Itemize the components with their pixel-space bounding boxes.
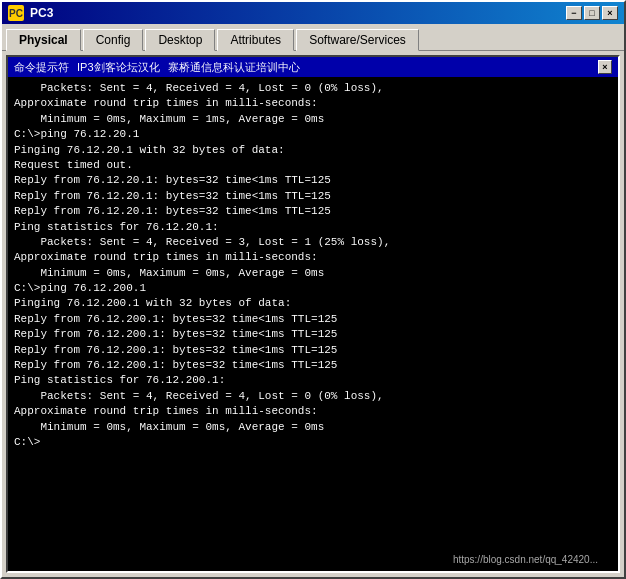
terminal-line: Pinging 76.12.20.1 with 32 bytes of data… <box>14 143 612 158</box>
cmd-title-3: 寨桥通信息科认证培训中心 <box>168 60 300 75</box>
tab-config[interactable]: Config <box>83 29 144 51</box>
title-bar: PC PC3 − □ × <box>2 2 624 24</box>
terminal-line: Reply from 76.12.200.1: bytes=32 time<1m… <box>14 312 612 327</box>
main-window: PC PC3 − □ × Physical Config Desktop Att… <box>0 0 626 579</box>
terminal-line: Reply from 76.12.20.1: bytes=32 time<1ms… <box>14 189 612 204</box>
window-icon: PC <box>8 5 24 21</box>
minimize-button[interactable]: − <box>566 6 582 20</box>
tab-physical[interactable]: Physical <box>6 29 81 51</box>
terminal-line: Reply from 76.12.200.1: bytes=32 time<1m… <box>14 358 612 373</box>
maximize-button[interactable]: □ <box>584 6 600 20</box>
terminal-line: C:\>ping 76.12.20.1 <box>14 127 612 142</box>
cmd-title-bar: 命令提示符 IP3剑客论坛汉化 寨桥通信息科认证培训中心 × <box>8 57 618 77</box>
window-title: PC3 <box>30 6 53 20</box>
cmd-window: 命令提示符 IP3剑客论坛汉化 寨桥通信息科认证培训中心 × Packets: … <box>6 55 620 573</box>
terminal-line: Approximate round trip times in milli-se… <box>14 404 612 419</box>
terminal-line: Reply from 76.12.200.1: bytes=32 time<1m… <box>14 343 612 358</box>
title-bar-left: PC PC3 <box>8 5 53 21</box>
terminal-line: Minimum = 0ms, Maximum = 0ms, Average = … <box>14 266 612 281</box>
terminal-line: Packets: Sent = 4, Received = 3, Lost = … <box>14 235 612 250</box>
terminal-line: Packets: Sent = 4, Received = 4, Lost = … <box>14 81 612 96</box>
content-area: 命令提示符 IP3剑客论坛汉化 寨桥通信息科认证培训中心 × Packets: … <box>2 50 624 577</box>
terminal-line: Approximate round trip times in milli-se… <box>14 250 612 265</box>
terminal-line: Reply from 76.12.20.1: bytes=32 time<1ms… <box>14 204 612 219</box>
terminal-line: Ping statistics for 76.12.200.1: <box>14 373 612 388</box>
terminal-line: Request timed out. <box>14 158 612 173</box>
terminal-line: Reply from 76.12.20.1: bytes=32 time<1ms… <box>14 173 612 188</box>
terminal-line: Pinging 76.12.200.1 with 32 bytes of dat… <box>14 296 612 311</box>
cmd-title-text: 命令提示符 IP3剑客论坛汉化 寨桥通信息科认证培训中心 <box>14 60 300 75</box>
terminal-line: Ping statistics for 76.12.20.1: <box>14 220 612 235</box>
watermark: https://blog.csdn.net/qq_42420... <box>453 553 598 567</box>
cmd-close-button[interactable]: × <box>598 60 612 74</box>
tab-software-services[interactable]: Software/Services <box>296 29 419 51</box>
tab-attributes[interactable]: Attributes <box>217 29 294 51</box>
title-controls: − □ × <box>566 6 618 20</box>
terminal-line: C:\>ping 76.12.200.1 <box>14 281 612 296</box>
tab-desktop[interactable]: Desktop <box>145 29 215 51</box>
terminal-line: Approximate round trip times in milli-se… <box>14 96 612 111</box>
terminal-line: Packets: Sent = 4, Received = 4, Lost = … <box>14 389 612 404</box>
close-button[interactable]: × <box>602 6 618 20</box>
terminal-line: Minimum = 0ms, Maximum = 0ms, Average = … <box>14 420 612 435</box>
cmd-title-2: IP3剑客论坛汉化 <box>77 60 160 75</box>
terminal-line: C:\> <box>14 435 612 450</box>
terminal-line: Reply from 76.12.200.1: bytes=32 time<1m… <box>14 327 612 342</box>
tabs-bar: Physical Config Desktop Attributes Softw… <box>2 24 624 50</box>
terminal-line: Minimum = 0ms, Maximum = 1ms, Average = … <box>14 112 612 127</box>
cmd-title-1: 命令提示符 <box>14 60 69 75</box>
cmd-body[interactable]: Packets: Sent = 4, Received = 4, Lost = … <box>8 77 618 571</box>
